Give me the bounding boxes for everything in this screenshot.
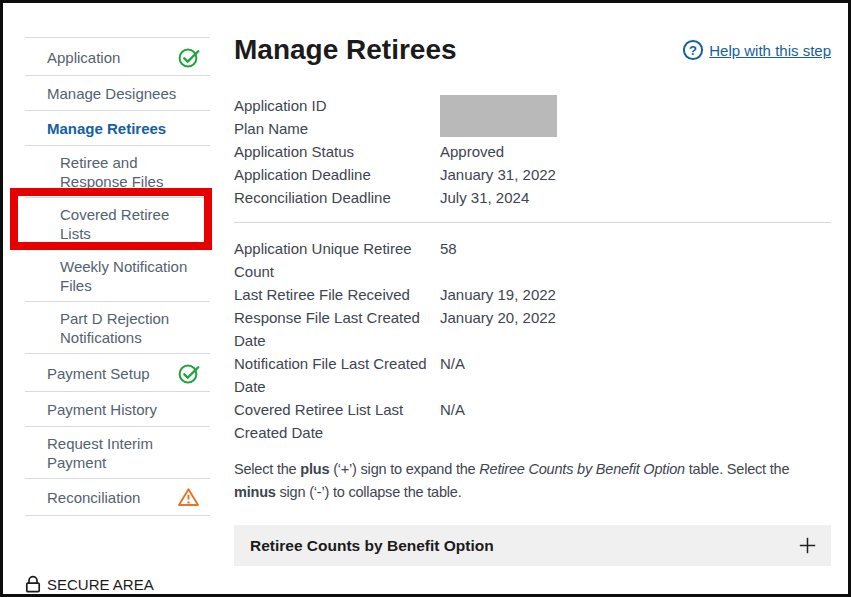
detail-label: Reconciliation Deadline xyxy=(234,186,440,209)
sidebar-item-payment-setup[interactable]: Payment Setup xyxy=(25,354,210,391)
sidebar-item-manage-retirees[interactable]: Manage Retirees xyxy=(25,111,210,145)
instruction-segment: Select the xyxy=(234,461,300,477)
detail-row-notification-file-date: Notification File Last Created Date N/A xyxy=(234,352,831,398)
instruction-segment-italic: Retiree Counts by Benefit Option xyxy=(479,461,685,477)
detail-value: Approved xyxy=(440,140,831,163)
application-summary-top: Application ID Plan Name Application Sta… xyxy=(234,94,831,209)
sidebar-item-weekly-notification-files[interactable]: Weekly Notification Files xyxy=(25,250,210,301)
detail-label: Last Retiree File Received xyxy=(234,283,440,306)
detail-label: Response File Last Created Date xyxy=(234,306,440,352)
sidebar-item-weekly-notification-files-link[interactable]: Weekly Notification Files xyxy=(60,257,200,295)
detail-label: Application Deadline xyxy=(234,163,440,186)
retiree-counts-accordion[interactable]: Retiree Counts by Benefit Option xyxy=(234,525,831,566)
instruction-segment: (‘+’) sign to expand the xyxy=(329,461,479,477)
sidebar-list: Application Manage Designees Manage Reti… xyxy=(25,37,210,516)
secure-area: SECURE AREA xyxy=(25,575,154,593)
detail-row-unique-retiree-count: Application Unique Retiree Count 58 xyxy=(234,237,831,283)
check-circle-icon xyxy=(178,46,200,68)
sidebar-item-payment-history-row: Payment History xyxy=(25,391,210,426)
instruction-text: Select the plus (‘+’) sign to expand the… xyxy=(234,458,831,504)
detail-value: January 31, 2022 xyxy=(440,163,831,186)
sidebar-item-payment-history[interactable]: Payment History xyxy=(25,392,210,426)
sidebar-item-request-interim-payment-link[interactable]: Request Interim Payment xyxy=(47,434,200,472)
detail-value: 58 xyxy=(440,237,831,283)
check-circle-icon xyxy=(178,362,200,384)
detail-label: Plan Name xyxy=(234,117,440,140)
secure-area-label: SECURE AREA xyxy=(47,576,154,593)
lock-icon xyxy=(25,575,41,593)
detail-label: Application Unique Retiree Count xyxy=(234,237,440,283)
detail-row-response-file-date: Response File Last Created Date January … xyxy=(234,306,831,352)
sidebar-item-application-link[interactable]: Application xyxy=(47,48,120,67)
sidebar-item-retiree-response-files-link[interactable]: Retiree and Response Files xyxy=(60,153,200,191)
svg-text:?: ? xyxy=(689,43,697,58)
detail-row-application-deadline: Application Deadline January 31, 2022 xyxy=(234,163,831,186)
sidebar-item-manage-designees[interactable]: Manage Designees xyxy=(25,76,210,110)
warning-triangle-icon xyxy=(177,487,200,508)
sidebar-item-payment-setup-link[interactable]: Payment Setup xyxy=(47,364,150,383)
detail-row-covered-retiree-list-date: Covered Retiree List Last Created Date N… xyxy=(234,398,831,444)
sidebar-item-manage-retirees-row: Manage Retirees xyxy=(25,110,210,145)
detail-row-application-status: Application Status Approved xyxy=(234,140,831,163)
detail-label: Covered Retiree List Last Created Date xyxy=(234,398,440,444)
detail-label: Application Status xyxy=(234,140,440,163)
covered-retiree-lists-highlight-annotation xyxy=(10,188,212,250)
redacted-value-box xyxy=(440,95,557,137)
sidebar-item-manage-retirees-link[interactable]: Manage Retirees xyxy=(47,119,166,138)
sidebar-item-application[interactable]: Application xyxy=(25,38,210,75)
detail-row-reconciliation-deadline: Reconciliation Deadline July 31, 2024 xyxy=(234,186,831,209)
sidebar-item-payment-history-link[interactable]: Payment History xyxy=(47,400,157,419)
sidebar-item-manage-designees-link[interactable]: Manage Designees xyxy=(47,84,176,103)
detail-row-last-retiree-file: Last Retiree File Received January 19, 2… xyxy=(234,283,831,306)
help-question-icon: ? xyxy=(682,39,704,61)
sidebar-item-reconciliation[interactable]: Reconciliation xyxy=(25,479,210,515)
help-link[interactable]: ? Help with this step xyxy=(682,39,831,61)
application-summary-bottom: Application Unique Retiree Count 58 Last… xyxy=(234,237,831,444)
sidebar-item-reconciliation-row: Reconciliation xyxy=(25,478,210,516)
detail-label: Application ID xyxy=(234,94,440,117)
detail-value: N/A xyxy=(440,398,831,444)
instruction-segment-bold: minus xyxy=(234,484,276,500)
sidebar-item-part-d-rejection-row: Part D Rejection Notifications xyxy=(25,301,210,353)
help-link-label[interactable]: Help with this step xyxy=(709,42,831,59)
app-window: Application Manage Designees Manage Reti… xyxy=(0,0,851,597)
sidebar-item-reconciliation-link[interactable]: Reconciliation xyxy=(47,488,140,507)
main-content: Manage Retirees ? Help with this step Ap… xyxy=(234,3,831,566)
accordion-title: Retiree Counts by Benefit Option xyxy=(250,537,494,555)
sidebar-item-weekly-notification-files-row: Weekly Notification Files xyxy=(25,249,210,301)
sidebar-item-manage-designees-row: Manage Designees xyxy=(25,75,210,110)
instruction-segment: sign (‘-’) to collapse the table. xyxy=(276,484,462,500)
sidebar-item-part-d-rejection-notifications[interactable]: Part D Rejection Notifications xyxy=(25,302,210,353)
detail-value: January 20, 2022 xyxy=(440,306,831,352)
detail-value: July 31, 2024 xyxy=(440,186,831,209)
instruction-segment-bold: plus xyxy=(300,461,329,477)
detail-label: Notification File Last Created Date xyxy=(234,352,440,398)
sidebar-item-application-row: Application xyxy=(25,37,210,75)
sidebar-item-request-interim-payment-row: Request Interim Payment xyxy=(25,426,210,478)
sidebar-item-payment-setup-row: Payment Setup xyxy=(25,353,210,391)
plus-expand-icon[interactable] xyxy=(799,537,816,554)
detail-value: January 19, 2022 xyxy=(440,283,831,306)
sidebar-item-request-interim-payment[interactable]: Request Interim Payment xyxy=(25,427,210,478)
instruction-segment: table. Select the xyxy=(685,461,789,477)
sidebar-nav: Application Manage Designees Manage Reti… xyxy=(25,37,210,516)
section-divider xyxy=(234,222,831,223)
detail-value: N/A xyxy=(440,352,831,398)
sidebar-item-part-d-rejection-notifications-link[interactable]: Part D Rejection Notifications xyxy=(60,309,200,347)
